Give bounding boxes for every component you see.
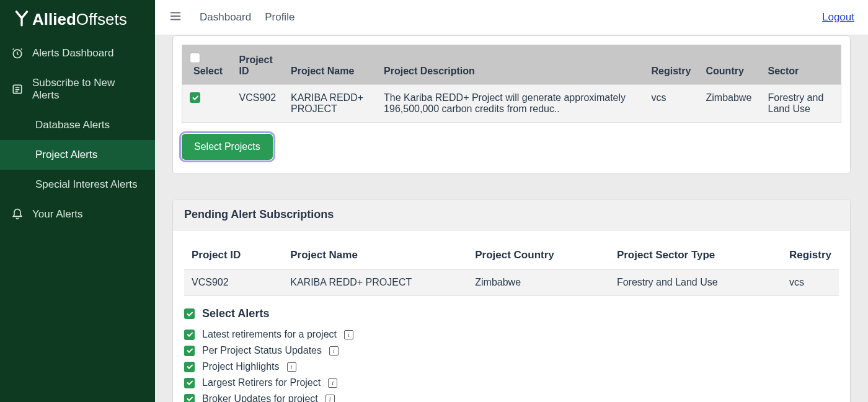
col-project-id: Project ID <box>184 242 283 269</box>
bell-icon <box>11 208 24 221</box>
table-row: VCS902 KARIBA REDD+ PROJECT The Kariba R… <box>182 85 841 123</box>
content: Select Project ID Project Name Project D… <box>155 35 868 402</box>
sidebar-item-your-alerts[interactable]: Your Alerts <box>0 199 155 229</box>
sidebar-label: Special Interest Alerts <box>35 178 137 191</box>
pending-table: Project ID Project Name Project Country … <box>184 242 839 296</box>
alert-option: Latest retirements for a project i <box>184 326 839 343</box>
alert-label: Broker Updates for project <box>202 393 318 402</box>
col-registry: Registry <box>782 242 839 269</box>
pending-subscriptions-card: Pending Alert Subscriptions Project ID P… <box>172 199 851 402</box>
cell-pid: VCS902 <box>184 269 283 296</box>
cell-sector: Forestry and Land Use <box>761 85 841 123</box>
clock-icon <box>11 47 24 59</box>
col-sector: Sector <box>761 45 841 85</box>
list-icon <box>11 83 24 95</box>
alert-option: Per Project Status Updates i <box>184 343 839 359</box>
select-alerts-label: Select Alerts <box>202 307 269 320</box>
cell-registry: vcs <box>782 269 839 296</box>
sidebar-item-alerts-dashboard[interactable]: Alerts Dashboard <box>0 38 155 68</box>
select-alerts-header: Select Alerts <box>184 307 839 320</box>
brand-logo-icon <box>11 7 32 31</box>
info-icon[interactable]: i <box>326 395 335 402</box>
table-header-row: Select Project ID Project Name Project D… <box>182 45 841 85</box>
cell-pid: VCS902 <box>232 85 284 123</box>
alert-checkbox[interactable] <box>184 394 195 402</box>
sidebar-nav: Alerts Dashboard Subscribe to New Alerts… <box>0 38 155 229</box>
col-country: Country <box>699 45 761 85</box>
alert-checkbox[interactable] <box>184 330 195 340</box>
col-description: Project Description <box>376 45 644 85</box>
info-icon[interactable]: i <box>287 362 296 372</box>
sidebar: AlliedOffsets Alerts Dashboard Subscribe… <box>0 0 155 402</box>
alert-checkbox[interactable] <box>184 346 195 356</box>
project-select-card: Select Project ID Project Name Project D… <box>172 35 851 174</box>
cell-country: Zimbabwe <box>699 85 761 123</box>
cell-desc: The Kariba REDD+ Project will generate a… <box>376 85 644 123</box>
col-project-name: Project Name <box>283 45 376 85</box>
hamburger-icon[interactable] <box>169 9 182 25</box>
pending-title: Pending Alert Subscriptions <box>173 199 850 230</box>
logout-link[interactable]: Logout <box>822 11 854 24</box>
cell-country: Zimbabwe <box>467 269 609 296</box>
sidebar-item-special-interest[interactable]: Special Interest Alerts <box>0 170 155 199</box>
cell-sector: Forestry and Land Use <box>609 269 782 296</box>
col-registry: Registry <box>644 45 698 85</box>
pending-header-row: Project ID Project Name Project Country … <box>184 242 839 269</box>
sidebar-label: Alerts Dashboard <box>32 47 113 59</box>
main: Dashboard Profile Logout Select Project … <box>155 0 868 402</box>
brand-name: AlliedOffsets <box>32 10 127 29</box>
sidebar-label: Project Alerts <box>35 149 97 161</box>
select-all-alerts-checkbox[interactable] <box>184 308 195 319</box>
topbar: Dashboard Profile Logout <box>155 0 868 35</box>
logo: AlliedOffsets <box>0 0 155 38</box>
alert-label: Latest retirements for a project <box>202 329 337 340</box>
info-icon[interactable]: i <box>344 330 353 339</box>
cell-registry: vcs <box>644 85 698 123</box>
info-icon[interactable]: i <box>328 378 337 388</box>
select-all-checkbox[interactable] <box>190 53 200 63</box>
nav-dashboard[interactable]: Dashboard <box>200 11 251 24</box>
sidebar-item-subscribe[interactable]: Subscribe to New Alerts <box>0 68 155 110</box>
alert-option: Broker Updates for project i <box>184 391 839 402</box>
sidebar-label: Subscribe to New Alerts <box>32 77 144 102</box>
alert-option: Project Highlights i <box>184 359 839 375</box>
col-project-name: Project Name <box>283 242 467 269</box>
row-checkbox[interactable] <box>190 92 200 103</box>
alert-checkbox[interactable] <box>184 378 195 388</box>
alert-label: Per Project Status Updates <box>202 345 322 356</box>
cell-name: KARIBA REDD+ PROJECT <box>283 269 467 296</box>
select-alerts-section: Select Alerts Latest retirements for a p… <box>173 296 850 402</box>
alert-option: Largest Retirers for Project i <box>184 375 839 391</box>
info-icon[interactable]: i <box>329 346 339 356</box>
pending-row: VCS902 KARIBA REDD+ PROJECT Zimbabwe For… <box>184 269 839 296</box>
cell-name: KARIBA REDD+ PROJECT <box>283 85 376 123</box>
col-project-country: Project Country <box>467 242 609 269</box>
col-select: Select <box>193 66 223 76</box>
project-table: Select Project ID Project Name Project D… <box>182 45 841 123</box>
select-projects-button[interactable]: Select Projects <box>182 134 273 160</box>
alert-checkbox[interactable] <box>184 362 195 372</box>
sidebar-item-database-alerts[interactable]: Database Alerts <box>0 110 155 140</box>
alert-label: Largest Retirers for Project <box>202 377 321 388</box>
topnav: Dashboard Profile <box>200 11 294 24</box>
sidebar-label: Your Alerts <box>32 208 83 221</box>
col-project-sector: Project Sector Type <box>609 242 782 269</box>
sidebar-label: Database Alerts <box>35 119 110 131</box>
nav-profile[interactable]: Profile <box>265 11 294 24</box>
col-project-id: Project ID <box>232 45 284 85</box>
sidebar-item-project-alerts[interactable]: Project Alerts <box>0 140 155 170</box>
alert-label: Project Highlights <box>202 361 280 372</box>
